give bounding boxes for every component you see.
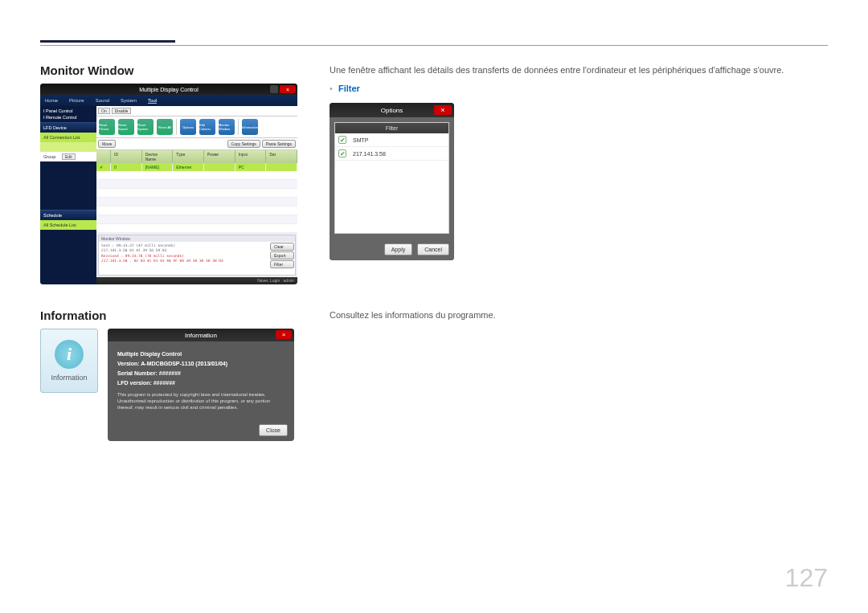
options-dialog: Options × Filter ✔ SMTP ✔ 217.141.3.58 — [330, 103, 454, 260]
sidebar-selected-row[interactable] — [40, 142, 96, 152]
nav-picture[interactable]: Picture — [69, 98, 84, 103]
sidebar-schedule[interactable]: Schedule — [40, 210, 96, 220]
mdc-nav: Home Picture Sound System Tool — [40, 95, 297, 106]
remote-value[interactable]: Disable — [112, 108, 132, 114]
move-button[interactable]: Move — [98, 140, 116, 148]
sidebar-lfd-device[interactable]: LFD Device — [40, 122, 96, 133]
sidebar-all-connection[interactable]: All Connection List — [40, 133, 96, 142]
reset-system-icon[interactable]: Reset System — [137, 119, 154, 135]
paste-settings-button[interactable]: Paste Settings — [262, 140, 296, 148]
info-version: Version: A-MDCBGDSP-1110 (2013/01/04) — [117, 361, 227, 366]
edit-column-icon[interactable]: Edit Column — [199, 119, 215, 135]
th-set: Set — [266, 150, 297, 163]
reset-sound-icon[interactable]: Reset Sound — [118, 119, 134, 135]
page-number: 127 — [785, 563, 828, 593]
information-description: Consultez les informations du programme. — [330, 309, 828, 322]
th-power: Power — [204, 150, 235, 163]
filter-item[interactable]: ✔ 217.141.3.58 — [335, 147, 448, 161]
table-row[interactable]: ✔ 0 [NAME] Ethernet PC — [96, 163, 297, 171]
th-input: Input — [235, 150, 267, 163]
remote-control-label: I Remote Control — [43, 115, 77, 120]
clear-button[interactable]: Clear — [270, 243, 294, 251]
filter-button[interactable]: Filter — [270, 260, 294, 268]
mdc-title: Multiple Display Control — [139, 87, 199, 92]
monitor-panel: Monitor Window Sent : 09:33:37 (47 milli… — [98, 235, 296, 276]
reset-all-icon[interactable]: Reset All — [157, 119, 173, 135]
copy-settings-button[interactable]: Copy Settings — [227, 140, 260, 148]
nav-sound[interactable]: Sound — [96, 98, 109, 103]
info-serial: Serial Number: ####### — [117, 370, 181, 376]
information-card-label: Information — [51, 374, 87, 382]
monitor-line: 217.141.3.58 . 02 03 41 01 01 44 FF 00 2… — [101, 259, 267, 264]
apply-button[interactable]: Apply — [384, 243, 413, 255]
toolbar: Reset Picture Reset Sound Reset System R… — [96, 116, 297, 138]
bullet-icon: • — [330, 84, 333, 93]
info-product: Multiple Display Control — [117, 351, 182, 357]
cancel-button[interactable]: Cancel — [417, 243, 449, 255]
information-heading: Information — [40, 309, 305, 322]
mdc-sidebar: I Panel Control I Remote Control LFD Dev… — [40, 106, 96, 284]
th-type: Type — [173, 150, 204, 163]
information-icon[interactable]: Information — [242, 119, 258, 135]
export-button[interactable]: Export — [270, 251, 294, 260]
monitor-window-icon[interactable]: Monitor Window — [219, 119, 235, 135]
nav-system[interactable]: System — [121, 98, 137, 103]
th-id: ID — [111, 150, 142, 163]
monitor-window-heading: Monitor Window — [40, 63, 305, 77]
sidebar-all-schedule[interactable]: All Schedule List — [40, 220, 96, 230]
mdc-app-screenshot: Multiple Display Control × Home Picture … — [40, 84, 297, 284]
minimize-icon[interactable] — [270, 85, 278, 93]
th-device-name: Device Name — [142, 150, 174, 163]
header-rule — [40, 45, 828, 46]
mdc-statusbar: Naver, Login : admin — [96, 277, 297, 284]
group-edit-button[interactable]: Edit — [62, 153, 76, 160]
mdc-titlebar: Multiple Display Control × — [40, 84, 297, 95]
filter-label: Filter — [338, 84, 360, 93]
mdc-main: On Disable Reset Picture Reset Sound Res… — [96, 106, 297, 284]
device-table: ID Device Name Type Power Input Set ✔ 0 … — [96, 150, 297, 233]
nav-tool[interactable]: Tool — [148, 98, 157, 104]
info-legal-text: This program is protected by copyright l… — [117, 391, 285, 411]
panel-control-label: I Panel Control — [43, 108, 72, 113]
monitor-panel-title: Monitor Window — [99, 235, 295, 242]
options-icon[interactable]: Options — [180, 119, 196, 135]
information-dialog: Information × Multiple Display Control V… — [108, 329, 294, 441]
monitor-window-description: Une fenêtre affichant les détails des tr… — [330, 63, 828, 77]
information-icon: i — [55, 340, 84, 369]
chapter-rule — [40, 40, 175, 43]
reset-picture-icon[interactable]: Reset Picture — [99, 119, 115, 135]
nav-home[interactable]: Home — [45, 98, 58, 103]
information-dialog-title: Information × — [108, 329, 294, 341]
sidebar-group[interactable]: Group Edit — [40, 152, 96, 161]
checkbox-icon[interactable]: ✔ — [338, 136, 346, 144]
info-lfd-version: LFD version: ####### — [117, 380, 175, 386]
options-dialog-title: Options × — [330, 103, 454, 117]
close-icon[interactable]: × — [276, 330, 292, 339]
close-icon[interactable]: × — [434, 105, 452, 115]
filter-column-header: Filter — [335, 123, 448, 133]
filter-item[interactable]: ✔ SMTP — [335, 133, 448, 147]
checkbox-icon[interactable]: ✔ — [338, 149, 346, 157]
information-toolbar-card[interactable]: i Information — [40, 329, 98, 393]
panel-value[interactable]: On — [98, 108, 110, 114]
close-icon[interactable]: × — [280, 85, 296, 93]
close-button[interactable]: Close — [259, 424, 288, 436]
